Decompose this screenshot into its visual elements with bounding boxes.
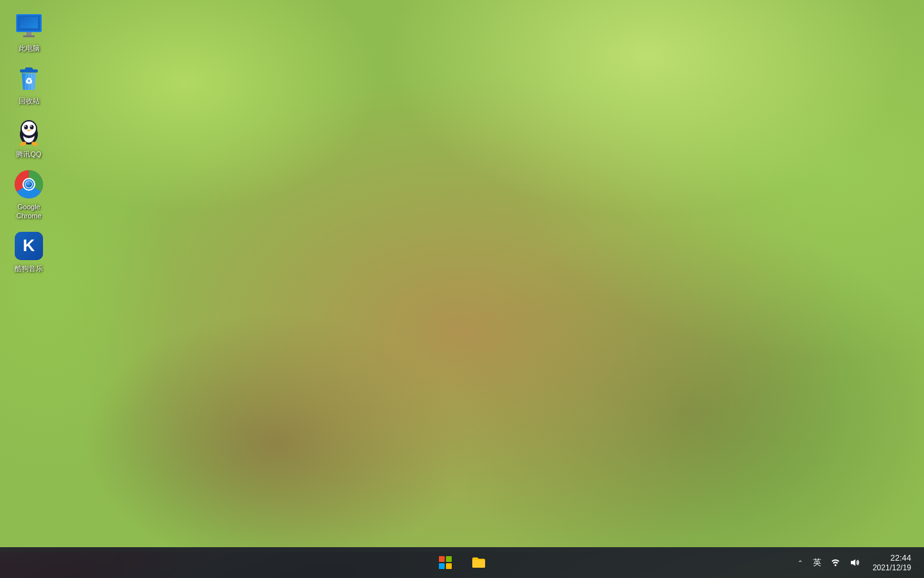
network-icon-button[interactable] bbox=[826, 550, 844, 575]
desktop-icons-column: 此电脑 bbox=[0, 0, 58, 277]
desktop-icon-kuwo-music-label: 酷狗音乐 bbox=[15, 264, 43, 273]
taskbar: ⌃ 英 bbox=[0, 547, 924, 578]
clock-date: 2021/12/19 bbox=[873, 563, 911, 572]
svg-point-15 bbox=[22, 121, 36, 136]
desktop: 此电脑 bbox=[0, 0, 924, 578]
desktop-icon-google-chrome-label: Google Chrome bbox=[6, 202, 52, 221]
desktop-icon-kuwo-music[interactable]: K 酷狗音乐 bbox=[3, 227, 55, 277]
svg-point-31 bbox=[834, 565, 836, 566]
svg-point-18 bbox=[25, 125, 26, 127]
svg-point-27 bbox=[26, 181, 32, 188]
desktop-icon-tencent-qq-label: 腾讯QQ bbox=[16, 150, 41, 159]
show-hidden-icons-button[interactable]: ⌃ bbox=[792, 550, 808, 575]
recycle-bin-icon: ♻ bbox=[13, 63, 44, 94]
start-button[interactable] bbox=[430, 547, 461, 578]
system-tray: ⌃ 英 bbox=[792, 547, 924, 578]
svg-point-16 bbox=[24, 125, 28, 129]
wallpaper bbox=[0, 0, 924, 552]
desktop-icon-this-pc[interactable]: 此电脑 bbox=[3, 6, 55, 57]
volume-icon bbox=[850, 557, 860, 568]
chevron-up-icon: ⌃ bbox=[798, 559, 803, 566]
language-indicator[interactable]: 英 bbox=[809, 550, 825, 575]
taskbar-center bbox=[430, 547, 494, 578]
svg-point-20 bbox=[27, 129, 31, 131]
svg-point-19 bbox=[31, 125, 32, 127]
desktop-icon-tencent-qq[interactable]: 腾讯QQ bbox=[3, 112, 55, 162]
svg-rect-4 bbox=[26, 32, 31, 35]
network-icon bbox=[830, 557, 841, 568]
desktop-icon-google-chrome[interactable]: Google Chrome bbox=[3, 165, 55, 225]
qq-icon bbox=[13, 116, 44, 147]
svg-point-17 bbox=[30, 125, 34, 129]
language-label: 英 bbox=[813, 557, 821, 568]
file-explorer-button[interactable] bbox=[463, 547, 494, 578]
svg-rect-3 bbox=[20, 17, 38, 28]
kuwo-icon: K bbox=[13, 231, 44, 261]
desktop-icon-recycle-bin[interactable]: ♻ 回收站 bbox=[3, 59, 55, 109]
desktop-icon-this-pc-label: 此电脑 bbox=[19, 44, 40, 53]
chrome-icon bbox=[13, 169, 44, 200]
desktop-icon-recycle-bin-label: 回收站 bbox=[19, 96, 40, 105]
svg-rect-5 bbox=[23, 35, 35, 37]
volume-icon-button[interactable] bbox=[846, 550, 864, 575]
windows-logo-icon bbox=[439, 556, 452, 569]
svg-text:K: K bbox=[23, 236, 35, 255]
file-explorer-icon bbox=[471, 555, 486, 570]
monitor-icon bbox=[13, 10, 44, 41]
svg-rect-7 bbox=[25, 67, 33, 71]
clock-time: 22:44 bbox=[890, 553, 911, 563]
clock-button[interactable]: 22:44 2021/12/19 bbox=[865, 547, 919, 578]
